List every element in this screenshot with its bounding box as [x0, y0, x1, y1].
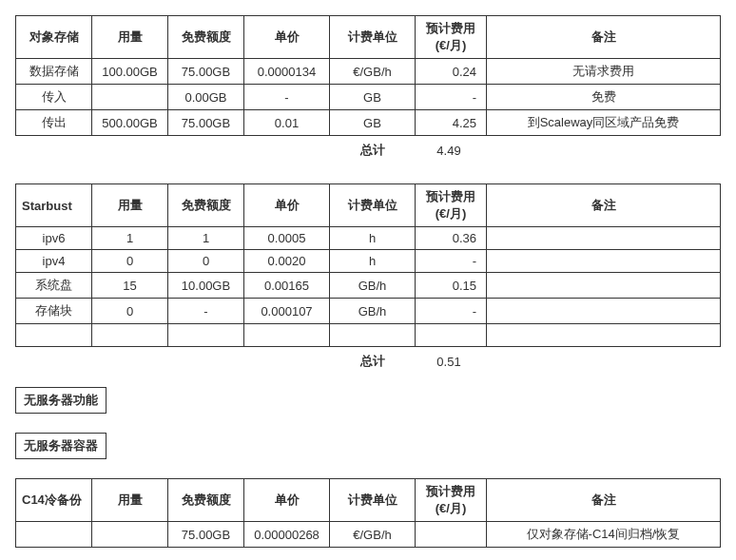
cell-est: -: [416, 250, 487, 273]
total-label: 总计: [330, 347, 416, 375]
total-row: 总计 0.51: [16, 347, 721, 375]
header-price: 单价: [244, 16, 330, 59]
cell-price: 0.01: [244, 110, 330, 136]
cell-note: [487, 273, 721, 299]
cell-note: [487, 227, 721, 250]
cell-name: ipv4: [16, 250, 92, 273]
table-row: 传入 0.00GB - GB - 免费: [16, 85, 721, 110]
table-header-row: Starbust 用量 免费额度 单价 计费单位 预计费用(€/月) 备注: [16, 184, 721, 227]
cell-name: 存储块: [16, 299, 92, 324]
cell-price: 0.00000268: [244, 522, 330, 548]
cell-unit: €/GB/h: [330, 522, 416, 548]
cell-price: 0.0000134: [244, 59, 330, 85]
header-price: 单价: [244, 479, 330, 522]
header-note: 备注: [487, 16, 721, 59]
header-unit: 计费单位: [330, 16, 416, 59]
label-serverless-fn: 无服务器功能: [15, 387, 107, 414]
cell-free: 0.00GB: [168, 85, 244, 110]
table-object-storage: 对象存储 用量 免费额度 单价 计费单位 预计费用(€/月) 备注 数据存储 1…: [15, 15, 721, 163]
header-name: C14冷备份: [16, 479, 92, 522]
table-starbust: Starbust 用量 免费额度 单价 计费单位 预计费用(€/月) 备注 ip…: [15, 183, 721, 374]
total-label: 总计: [330, 136, 416, 164]
cell-free: 10.00GB: [168, 273, 244, 299]
table-row-empty: [16, 324, 721, 347]
table-row: 数据存储 100.00GB 75.00GB 0.0000134 €/GB/h 0…: [16, 59, 721, 85]
cell-unit: €/GB/h: [330, 59, 416, 85]
cell-unit: GB/h: [330, 299, 416, 324]
table-row: ipv6 1 1 0.0005 h 0.36: [16, 227, 721, 250]
cell-free: 75.00GB: [168, 59, 244, 85]
cell-usage: 500.00GB: [92, 110, 168, 136]
table-c14: C14冷备份 用量 免费额度 单价 计费单位 预计费用(€/月) 备注 75.0…: [15, 478, 721, 548]
cell-free: 0: [168, 250, 244, 273]
cell-price: -: [244, 85, 330, 110]
total-value: 4.49: [416, 136, 487, 164]
cell-est: -: [416, 299, 487, 324]
cell-usage: [92, 522, 168, 548]
cell-usage: 15: [92, 273, 168, 299]
cell-unit: GB: [330, 110, 416, 136]
label-serverless-ct: 无服务器容器: [15, 433, 107, 459]
table-row: 75.00GB 0.00000268 €/GB/h 仅对象存储-C14间归档/恢…: [16, 522, 721, 548]
cell-unit: h: [330, 227, 416, 250]
cell-free: 75.00GB: [168, 522, 244, 548]
header-est: 预计费用(€/月): [416, 16, 487, 59]
cell-price: 0.0020: [244, 250, 330, 273]
cell-price: 0.00165: [244, 273, 330, 299]
cell-est: 0.24: [416, 59, 487, 85]
cell-usage: 1: [92, 227, 168, 250]
cell-free: 1: [168, 227, 244, 250]
cell-unit: GB/h: [330, 273, 416, 299]
table-header-row: C14冷备份 用量 免费额度 单价 计费单位 预计费用(€/月) 备注: [16, 479, 721, 522]
cell-name: [16, 522, 92, 548]
header-price: 单价: [244, 184, 330, 227]
cell-usage: 100.00GB: [92, 59, 168, 85]
header-free: 免费额度: [168, 16, 244, 59]
cell-name: 数据存储: [16, 59, 92, 85]
total-value: 0.51: [416, 347, 487, 375]
header-usage: 用量: [92, 184, 168, 227]
header-free: 免费额度: [168, 184, 244, 227]
table-row: 存储块 0 - 0.000107 GB/h -: [16, 299, 721, 324]
header-free: 免费额度: [168, 479, 244, 522]
header-unit: 计费单位: [330, 184, 416, 227]
cell-usage: 0: [92, 250, 168, 273]
table-header-row: 对象存储 用量 免费额度 单价 计费单位 预计费用(€/月) 备注: [16, 16, 721, 59]
cell-name: 系统盘: [16, 273, 92, 299]
cell-est: -: [416, 85, 487, 110]
cell-note: 仅对象存储-C14间归档/恢复: [487, 522, 721, 548]
cell-est: 4.25: [416, 110, 487, 136]
header-note: 备注: [487, 479, 721, 522]
cell-free: -: [168, 299, 244, 324]
header-est: 预计费用(€/月): [416, 479, 487, 522]
cell-name: 传入: [16, 85, 92, 110]
cell-note: 免费: [487, 85, 721, 110]
cell-price: 0.000107: [244, 299, 330, 324]
cell-unit: GB: [330, 85, 416, 110]
header-usage: 用量: [92, 16, 168, 59]
cell-note: [487, 299, 721, 324]
header-est: 预计费用(€/月): [416, 184, 487, 227]
table-row: 传出 500.00GB 75.00GB 0.01 GB 4.25 到Scalew…: [16, 110, 721, 136]
header-name: 对象存储: [16, 16, 92, 59]
header-usage: 用量: [92, 479, 168, 522]
cell-note: [487, 250, 721, 273]
cell-free: 75.00GB: [168, 110, 244, 136]
table-row: 系统盘 15 10.00GB 0.00165 GB/h 0.15: [16, 273, 721, 299]
cell-est: 0.36: [416, 227, 487, 250]
cell-est: 0.15: [416, 273, 487, 299]
cell-usage: 0: [92, 299, 168, 324]
header-note: 备注: [487, 184, 721, 227]
table-row: ipv4 0 0 0.0020 h -: [16, 250, 721, 273]
cell-note: 到Scaleway同区域产品免费: [487, 110, 721, 136]
header-unit: 计费单位: [330, 479, 416, 522]
cell-price: 0.0005: [244, 227, 330, 250]
total-row: 总计 4.49: [16, 136, 721, 164]
cell-name: 传出: [16, 110, 92, 136]
cell-usage: [92, 85, 168, 110]
cell-unit: h: [330, 250, 416, 273]
cell-note: 无请求费用: [487, 59, 721, 85]
cell-est: [416, 522, 487, 548]
header-name: Starbust: [16, 184, 92, 227]
cell-name: ipv6: [16, 227, 92, 250]
